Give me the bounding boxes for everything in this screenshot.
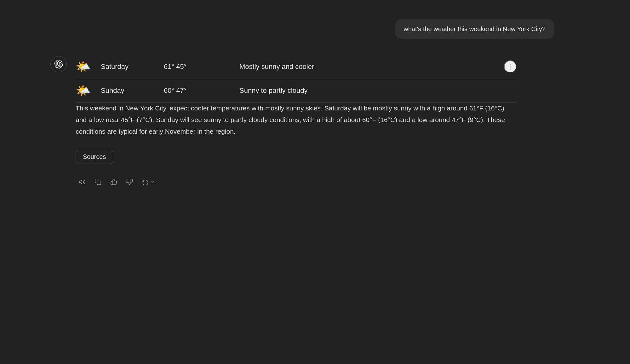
speaker-icon (79, 178, 86, 185)
thumbs-up-button[interactable] (107, 175, 120, 188)
saturday-weather-icon: 🌤️ (76, 61, 101, 73)
user-message-text: what's the weather this weekend in New Y… (404, 25, 546, 32)
user-message-row: what's the weather this weekend in New Y… (0, 19, 630, 39)
svg-marker-0 (79, 180, 82, 184)
svg-rect-1 (97, 181, 101, 185)
sunday-temp: 60° 47° (164, 87, 239, 95)
weather-row-sunday: 🌤️ Sunday 60° 47° Sunny to partly cloudy (76, 79, 517, 103)
copy-button[interactable] (91, 175, 105, 188)
thumbs-down-button[interactable] (123, 175, 136, 188)
weather-table: 🌤️ Saturday 61° 45° Mostly sunny and coo… (76, 55, 517, 103)
sunday-description: Sunny to partly cloudy (239, 87, 517, 95)
saturday-description: Mostly sunny and cooler (239, 63, 504, 71)
ai-avatar (50, 56, 67, 72)
more-options-button[interactable]: ⋮ (504, 60, 517, 73)
speak-button[interactable] (76, 175, 89, 188)
sunday-weather-icon: 🌤️ (76, 85, 101, 97)
regenerate-button[interactable] (139, 175, 158, 188)
saturday-temp: 61° 45° (164, 63, 239, 71)
sunday-day: Sunday (101, 87, 164, 95)
user-bubble: what's the weather this weekend in New Y… (395, 19, 554, 39)
copy-icon (94, 178, 101, 185)
thumbs-up-icon (110, 178, 117, 185)
ai-response-row: 🌤️ Saturday 61° 45° Mostly sunny and coo… (0, 55, 630, 188)
openai-logo-icon (54, 60, 63, 69)
action-bar (76, 175, 517, 188)
summary-text: This weekend in New York City, expect co… (76, 103, 510, 137)
weather-row-saturday: 🌤️ Saturday 61° 45° Mostly sunny and coo… (76, 55, 517, 79)
regenerate-icon (142, 178, 149, 185)
ai-content: 🌤️ Saturday 61° 45° Mostly sunny and coo… (76, 55, 517, 188)
saturday-day: Saturday (101, 63, 164, 71)
thumbs-down-icon (126, 178, 133, 185)
chevron-down-icon (151, 180, 155, 184)
sources-button[interactable]: Sources (76, 150, 113, 164)
